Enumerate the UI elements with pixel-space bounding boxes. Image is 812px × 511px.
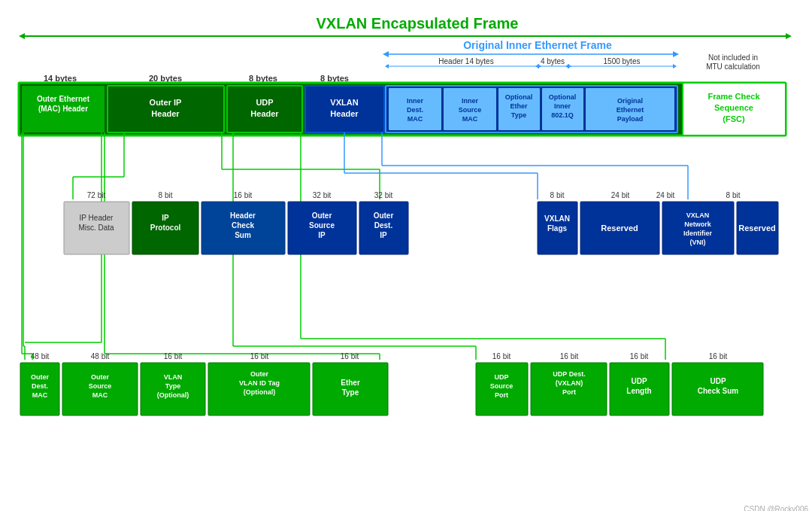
udp-src-port-lbl2: Source <box>490 382 514 390</box>
vxlan-8bit-lbl2: 8 bit <box>726 191 741 199</box>
outer-src-mac-lbl: Outer <box>91 373 110 381</box>
header-14bytes-label: Header 14 bytes <box>438 57 493 65</box>
vlan-type-lbl2: Type <box>165 382 180 390</box>
reserved1-lbl: Reserved <box>601 224 638 233</box>
hcs-lbl2: Check <box>232 221 254 230</box>
16bit-lbl: 16 bit <box>234 191 253 199</box>
16bit-udp-lbl1: 16 bit <box>492 352 511 360</box>
vni-lbl: VXLAN <box>686 211 710 219</box>
ip-misc-lbl2: Misc. Data <box>78 224 114 232</box>
outer-ip-lbl: Outer IP <box>150 98 182 107</box>
udp-length-lbl: UDP <box>631 377 647 385</box>
16bit-udp-lbl4: 16 bit <box>709 352 728 360</box>
vxlan-24bit-lbl2: 24 bit <box>656 191 675 199</box>
inner-eth-title: Original Inner Ethernet Frame <box>463 39 612 51</box>
watermark: CSDN @Rocky006 <box>744 505 808 511</box>
udp-dest-port-lbl2: (VXLAN) <box>556 379 583 387</box>
16bit-eth-lbl2: 16 bit <box>250 352 269 360</box>
outer-dest-mac-lbl: Outer <box>31 373 50 381</box>
vxlan-title: VXLAN Encapsulated Frame <box>317 15 519 32</box>
outer-eth-lbl2: (MAC) Header <box>38 105 88 113</box>
vlan-type-lbl3: (Optional) <box>157 391 189 399</box>
14bytes-lbl: 14 bytes <box>44 74 77 83</box>
16bit-eth-lbl3: 16 bit <box>341 352 359 360</box>
outer-src-ip-lbl3: IP <box>318 231 326 239</box>
outer-dest-ip-lbl2: Dest. <box>374 221 393 230</box>
vni-lbl4: (VNI) <box>690 239 706 246</box>
udp-length-lbl2: Length <box>626 387 651 395</box>
vxlan-flags-lbl: VXLAN <box>544 214 570 223</box>
svg-rect-64 <box>662 202 734 254</box>
48bit-lbl2: 48 bit <box>91 352 110 360</box>
48bit-lbl1: 48 bit <box>31 352 50 360</box>
udp-dest-port-lbl: UDP Dest. <box>553 370 585 378</box>
opt-8021q-lbl2: Inner <box>554 102 571 110</box>
ip-proto-lbl2: Protocol <box>150 224 181 232</box>
vxlan-lbl2: Header <box>330 109 359 118</box>
32bit-lbl2: 32 bit <box>374 191 393 199</box>
vxlan-flags-lbl2: Flags <box>547 224 568 233</box>
vxlan-lbl: VXLAN <box>330 98 358 107</box>
8bytes-lbl1: 8 bytes <box>249 74 277 83</box>
opt-ether-lbl: Optional <box>505 93 533 101</box>
outer-dest-ip-lbl3: IP <box>380 231 387 239</box>
20bytes-lbl: 20 bytes <box>149 74 182 83</box>
outer-src-mac-lbl2: Source <box>89 382 112 390</box>
udp-dest-port-lbl3: Port <box>562 388 576 396</box>
orig-eth-lbl3: Payload <box>617 115 644 123</box>
inner-dest-mac-lbl2: Dest. <box>407 106 423 114</box>
outer-src-ip-lbl2: Source <box>309 221 335 230</box>
inner-src-mac-lbl: Inner <box>462 97 479 105</box>
udp-lbl2: Header <box>250 109 279 118</box>
opt-8021q-lbl: Optional <box>549 93 577 101</box>
1500bytes-label: 1500 bytes <box>604 57 641 65</box>
outer-vlan-id-lbl2: VLAN ID Tag <box>239 379 280 387</box>
hcs-lbl3: Sum <box>235 231 251 239</box>
fsc-lbl3: (FSC) <box>723 114 745 123</box>
diagram-svg: VXLAN Encapsulated Frame Original Inner … <box>11 8 812 511</box>
udp-src-port-lbl3: Port <box>495 391 508 399</box>
opt-8021q-lbl3: 802.1Q <box>551 111 574 119</box>
opt-ether-lbl2: Ether <box>510 102 528 110</box>
orig-eth-lbl: Original <box>617 97 643 105</box>
outer-vlan-id-lbl: Outer <box>250 370 269 378</box>
outer-ip-lbl2: Header <box>151 109 180 118</box>
udp-checksum-lbl2: Check Sum <box>698 387 739 395</box>
outer-dest-mac-lbl3: MAC <box>32 391 48 399</box>
32bit-lbl1: 32 bit <box>313 191 332 199</box>
4bytes-label: 4 bytes <box>541 57 565 65</box>
hcs-lbl: Header <box>230 211 256 220</box>
udp-lbl: UDP <box>256 98 273 107</box>
8bytes-lbl2: 8 bytes <box>320 74 349 83</box>
ether-type-lbl2: Type <box>342 388 359 397</box>
8bit-lbl: 8 bit <box>159 191 173 199</box>
inner-src-mac-lbl3: MAC <box>462 115 478 123</box>
outer-vlan-id-lbl3: (Optional) <box>244 388 276 396</box>
outer-src-ip-lbl: Outer <box>312 211 332 220</box>
outer-dest-mac-lbl2: Dest. <box>32 382 48 390</box>
inner-dest-mac-lbl3: MAC <box>408 115 423 123</box>
ip-misc-lbl: IP Header <box>80 214 114 222</box>
outer-dest-ip-lbl: Outer <box>374 211 394 220</box>
vxlan-24bit-lbl1: 24 bit <box>611 191 630 199</box>
udp-checksum-lbl: UDP <box>710 377 726 385</box>
vni-lbl3: Identifier <box>683 230 713 237</box>
vlan-type-lbl: VLAN <box>164 373 183 381</box>
fsc-lbl2: Sequence <box>714 103 753 112</box>
inner-dest-mac-lbl: Inner <box>407 97 424 105</box>
not-included-label2: MTU calculation <box>706 62 760 71</box>
outer-src-mac-lbl3: MAC <box>92 391 108 399</box>
72bit-lbl: 72 bit <box>87 191 106 199</box>
16bit-udp-lbl2: 16 bit <box>560 352 579 360</box>
main-container: VXLAN Encapsulated Frame Original Inner … <box>0 0 812 511</box>
16bit-eth-lbl1: 16 bit <box>164 352 183 360</box>
fsc-lbl: Frame Check <box>707 92 760 101</box>
ip-proto-lbl: IP <box>162 214 169 222</box>
ether-type-lbl: Ether <box>341 379 360 387</box>
inner-src-mac-lbl2: Source <box>459 106 482 114</box>
orig-eth-lbl2: Ethernet <box>617 106 644 114</box>
outer-eth-lbl: Outer Ethernet <box>37 95 90 103</box>
16bit-udp-lbl3: 16 bit <box>630 352 649 360</box>
vni-lbl2: Network <box>684 221 712 228</box>
udp-src-port-lbl: UDP <box>494 373 508 381</box>
